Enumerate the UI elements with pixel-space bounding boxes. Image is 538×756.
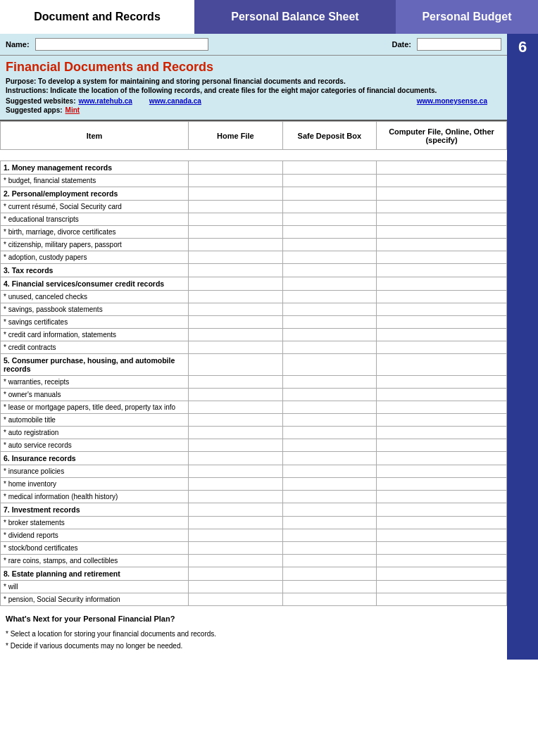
safe-cell[interactable]: [282, 401, 377, 414]
safe-cell[interactable]: [282, 439, 377, 452]
computer-cell[interactable]: [377, 567, 507, 581]
home-cell[interactable]: [189, 341, 283, 354]
home-cell[interactable]: [189, 465, 283, 478]
tab-documents[interactable]: Document and Records: [0, 0, 194, 34]
computer-cell[interactable]: [377, 329, 507, 341]
safe-cell[interactable]: [282, 593, 377, 606]
safe-cell[interactable]: [282, 427, 377, 439]
home-cell[interactable]: [189, 161, 283, 175]
computer-cell[interactable]: [377, 201, 507, 213]
computer-cell[interactable]: [377, 542, 507, 555]
home-cell[interactable]: [189, 251, 283, 264]
safe-cell[interactable]: [282, 201, 377, 213]
home-cell[interactable]: [189, 529, 283, 542]
computer-cell[interactable]: [377, 465, 507, 478]
computer-cell[interactable]: [377, 452, 507, 465]
home-cell[interactable]: [189, 226, 283, 239]
home-cell[interactable]: [189, 175, 283, 187]
safe-cell[interactable]: [282, 478, 377, 491]
safe-cell[interactable]: [282, 277, 377, 291]
home-cell[interactable]: [189, 581, 283, 593]
computer-cell[interactable]: [377, 303, 507, 316]
computer-cell[interactable]: [377, 239, 507, 251]
safe-cell[interactable]: [282, 529, 377, 542]
home-cell[interactable]: [189, 427, 283, 439]
name-input[interactable]: [35, 38, 208, 51]
safe-cell[interactable]: [282, 291, 377, 303]
computer-cell[interactable]: [377, 401, 507, 414]
safe-cell[interactable]: [282, 542, 377, 555]
safe-cell[interactable]: [282, 581, 377, 593]
home-cell[interactable]: [189, 329, 283, 341]
safe-cell[interactable]: [282, 187, 377, 201]
home-cell[interactable]: [189, 491, 283, 503]
home-cell[interactable]: [189, 439, 283, 452]
safe-cell[interactable]: [282, 452, 377, 465]
safe-cell[interactable]: [282, 414, 377, 427]
home-cell[interactable]: [189, 567, 283, 581]
computer-cell[interactable]: [377, 376, 507, 389]
home-cell[interactable]: [189, 401, 283, 414]
home-cell[interactable]: [189, 303, 283, 316]
safe-cell[interactable]: [282, 251, 377, 264]
date-input[interactable]: [417, 38, 501, 51]
safe-cell[interactable]: [282, 264, 377, 277]
website3-link[interactable]: www.moneysense.ca: [417, 97, 487, 105]
safe-cell[interactable]: [282, 376, 377, 389]
computer-cell[interactable]: [377, 277, 507, 291]
home-cell[interactable]: [189, 213, 283, 226]
computer-cell[interactable]: [377, 389, 507, 401]
safe-cell[interactable]: [282, 341, 377, 354]
computer-cell[interactable]: [377, 593, 507, 606]
safe-cell[interactable]: [282, 213, 377, 226]
safe-cell[interactable]: [282, 354, 377, 376]
safe-cell[interactable]: [282, 329, 377, 341]
safe-cell[interactable]: [282, 491, 377, 503]
computer-cell[interactable]: [377, 581, 507, 593]
home-cell[interactable]: [189, 239, 283, 251]
home-cell[interactable]: [189, 277, 283, 291]
safe-cell[interactable]: [282, 175, 377, 187]
home-cell[interactable]: [189, 316, 283, 329]
home-cell[interactable]: [189, 517, 283, 529]
computer-cell[interactable]: [377, 439, 507, 452]
computer-cell[interactable]: [377, 517, 507, 529]
safe-cell[interactable]: [282, 517, 377, 529]
home-cell[interactable]: [189, 593, 283, 606]
computer-cell[interactable]: [377, 478, 507, 491]
computer-cell[interactable]: [377, 414, 507, 427]
home-cell[interactable]: [189, 291, 283, 303]
tab-balance-sheet[interactable]: Personal Balance Sheet: [194, 0, 396, 34]
home-cell[interactable]: [189, 503, 283, 517]
home-cell[interactable]: [189, 376, 283, 389]
safe-cell[interactable]: [282, 239, 377, 251]
home-cell[interactable]: [189, 264, 283, 277]
computer-cell[interactable]: [377, 175, 507, 187]
safe-cell[interactable]: [282, 303, 377, 316]
home-cell[interactable]: [189, 478, 283, 491]
computer-cell[interactable]: [377, 341, 507, 354]
safe-cell[interactable]: [282, 226, 377, 239]
computer-cell[interactable]: [377, 529, 507, 542]
home-cell[interactable]: [189, 542, 283, 555]
home-cell[interactable]: [189, 555, 283, 567]
home-cell[interactable]: [189, 187, 283, 201]
tab-budget[interactable]: Personal Budget: [396, 0, 538, 34]
safe-cell[interactable]: [282, 465, 377, 478]
computer-cell[interactable]: [377, 226, 507, 239]
computer-cell[interactable]: [377, 316, 507, 329]
computer-cell[interactable]: [377, 161, 507, 175]
computer-cell[interactable]: [377, 427, 507, 439]
home-cell[interactable]: [189, 452, 283, 465]
safe-cell[interactable]: [282, 389, 377, 401]
safe-cell[interactable]: [282, 161, 377, 175]
computer-cell[interactable]: [377, 291, 507, 303]
computer-cell[interactable]: [377, 491, 507, 503]
safe-cell[interactable]: [282, 555, 377, 567]
website1-link[interactable]: www.ratehub.ca: [78, 97, 132, 105]
computer-cell[interactable]: [377, 251, 507, 264]
home-cell[interactable]: [189, 389, 283, 401]
safe-cell[interactable]: [282, 503, 377, 517]
computer-cell[interactable]: [377, 213, 507, 226]
computer-cell[interactable]: [377, 354, 507, 376]
